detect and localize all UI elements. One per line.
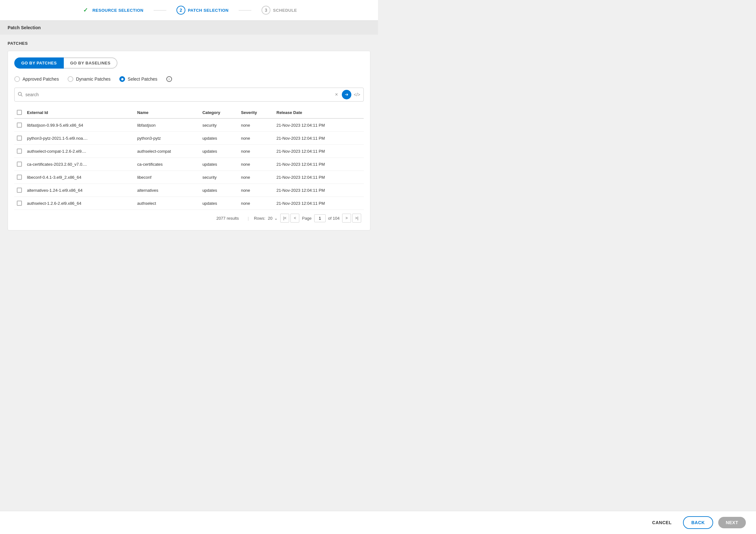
row-release-date: 21-Nov-2023 12:04:11 PM — [274, 197, 364, 210]
row-name: ca-certificates — [135, 158, 200, 171]
patches-label: PATCHES — [8, 41, 370, 46]
pagination-nav: |< < Page of 104 > >| — [280, 214, 361, 223]
row-checkbox-2[interactable] — [17, 149, 22, 154]
patches-card: GO BY PATCHES GO BY BASELINES Approved P… — [8, 51, 370, 231]
go-by-patches-button[interactable]: GO BY PATCHES — [14, 57, 64, 69]
rows-text: Rows: — [254, 216, 265, 221]
row-checkbox-cell — [14, 145, 24, 158]
table-row: authselect-1.2.6-2.el9.x86_64 authselect… — [14, 197, 364, 210]
table-row: ca-certificates-2023.2.60_v7.0.... ca-ce… — [14, 158, 364, 171]
col-release-date: Release Date — [274, 107, 364, 118]
row-release-date: 21-Nov-2023 12:04:11 PM — [274, 171, 364, 184]
radio-group: Approved Patches Dynamic Patches Select … — [14, 76, 364, 82]
row-category: security — [200, 118, 239, 132]
row-name: libfastjson — [135, 118, 200, 132]
row-severity: none — [238, 158, 274, 171]
step-label-resource: RESOURCE SELECTION — [92, 8, 144, 13]
row-name: alternatives — [135, 184, 200, 197]
wizard-step-patch[interactable]: 2 PATCH SELECTION — [176, 6, 229, 14]
row-external-id: authselect-1.2.6-2.el9.x86_64 — [24, 197, 135, 210]
row-name: authselect — [135, 197, 200, 210]
radio-circle-approved — [14, 76, 20, 82]
row-category: updates — [200, 158, 239, 171]
col-name: Name — [135, 107, 200, 118]
row-checkbox-cell — [14, 132, 24, 145]
rows-dropdown-icon[interactable]: ⌄ — [274, 216, 278, 221]
row-category: security — [200, 171, 239, 184]
row-category: updates — [200, 145, 239, 158]
row-severity: none — [238, 171, 274, 184]
rows-label: Rows: 20 ⌄ — [254, 216, 278, 221]
of-label: of 104 — [328, 216, 339, 221]
step-label-patch: PATCH SELECTION — [188, 8, 229, 13]
row-external-id: python3-pytz-2021.1-5.el9.noa.... — [24, 132, 135, 145]
info-icon[interactable]: i — [166, 76, 172, 82]
table-row: alternatives-1.24-1.el9.x86_64 alternati… — [14, 184, 364, 197]
row-release-date: 21-Nov-2023 12:04:11 PM — [274, 145, 364, 158]
search-go-button[interactable] — [342, 90, 351, 99]
row-checkbox-1[interactable] — [17, 136, 22, 141]
patches-table: External Id Name Category Severity Relea… — [14, 107, 364, 210]
radio-label-select: Select Patches — [127, 76, 157, 82]
go-by-baselines-button[interactable]: GO BY BASELINES — [64, 57, 118, 69]
row-checkbox-5[interactable] — [17, 188, 22, 193]
row-release-date: 21-Nov-2023 12:04:11 PM — [274, 118, 364, 132]
svg-line-1 — [21, 95, 22, 96]
radio-select[interactable]: Select Patches — [119, 76, 157, 82]
row-severity: none — [238, 184, 274, 197]
row-external-id: alternatives-1.24-1.el9.x86_64 — [24, 184, 135, 197]
step-num-resource: ✓ — [81, 6, 90, 14]
radio-dynamic[interactable]: Dynamic Patches — [68, 76, 110, 82]
step-label-schedule: SCHEDULE — [273, 8, 297, 13]
search-icon — [18, 92, 23, 98]
row-external-id: ca-certificates-2023.2.60_v7.0.... — [24, 158, 135, 171]
search-input[interactable] — [25, 92, 331, 97]
select-all-header[interactable] — [14, 107, 24, 118]
rows-value: 20 — [268, 216, 272, 221]
radio-approved[interactable]: Approved Patches — [14, 76, 59, 82]
col-external-id: External Id — [24, 107, 135, 118]
row-severity: none — [238, 197, 274, 210]
next-page-button[interactable]: > — [342, 214, 351, 223]
clear-search-icon[interactable]: × — [334, 92, 339, 98]
table-row: python3-pytz-2021.1-5.el9.noa.... python… — [14, 132, 364, 145]
step-num-schedule: 3 — [261, 6, 270, 14]
row-external-id: authselect-compat-1.2.6-2.el9.... — [24, 145, 135, 158]
col-severity: Severity — [238, 107, 274, 118]
row-category: updates — [200, 184, 239, 197]
row-checkbox-4[interactable] — [17, 175, 22, 180]
row-checkbox-0[interactable] — [17, 123, 22, 127]
row-checkbox-cell — [14, 197, 24, 210]
row-release-date: 21-Nov-2023 12:04:11 PM — [274, 132, 364, 145]
row-category: updates — [200, 132, 239, 145]
page-input[interactable] — [314, 214, 326, 222]
row-release-date: 21-Nov-2023 12:04:11 PM — [274, 184, 364, 197]
row-name: python3-pytz — [135, 132, 200, 145]
main-content: PATCHES GO BY PATCHES GO BY BASELINES Ap… — [0, 35, 378, 237]
first-page-button[interactable]: |< — [280, 214, 289, 223]
radio-circle-select — [119, 76, 125, 82]
last-page-button[interactable]: >| — [352, 214, 361, 223]
row-checkbox-cell — [14, 171, 24, 184]
row-checkbox-6[interactable] — [17, 201, 22, 206]
row-checkbox-cell — [14, 184, 24, 197]
code-view-icon[interactable]: </> — [354, 92, 360, 97]
select-all-checkbox[interactable] — [17, 110, 22, 115]
wizard-divider-2 — [239, 10, 251, 11]
row-release-date: 21-Nov-2023 12:04:11 PM — [274, 158, 364, 171]
col-category: Category — [200, 107, 239, 118]
wizard-step-resource[interactable]: ✓ RESOURCE SELECTION — [81, 6, 144, 14]
section-header: Patch Selection — [0, 21, 378, 35]
step-num-patch: 2 — [176, 6, 185, 14]
wizard-step-schedule[interactable]: 3 SCHEDULE — [261, 6, 297, 14]
toggle-group: GO BY PATCHES GO BY BASELINES — [14, 57, 364, 69]
section-title: Patch Selection — [8, 25, 40, 30]
prev-page-button[interactable]: < — [290, 214, 299, 223]
row-external-id: libfastjson-0.99.9-5.el9.x86_64 — [24, 118, 135, 132]
table-row: libeconf-0.4.1-3.el9_2.x86_64 libeconf s… — [14, 171, 364, 184]
table-row: libfastjson-0.99.9-5.el9.x86_64 libfastj… — [14, 118, 364, 132]
wizard-divider-1 — [154, 10, 166, 11]
row-checkbox-3[interactable] — [17, 162, 22, 167]
row-severity: none — [238, 145, 274, 158]
pagination: 2077 results | Rows: 20 ⌄ |< < Page of 1… — [14, 210, 364, 224]
